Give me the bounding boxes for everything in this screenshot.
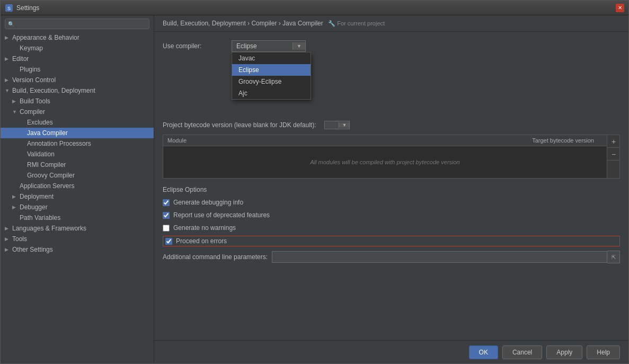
sidebar-item-tools[interactable]: ▶Tools xyxy=(1,234,154,244)
sidebar-item-build-tools[interactable]: ▶Build Tools xyxy=(1,96,154,106)
sidebar-item-compiler[interactable]: ▼Compiler xyxy=(1,106,154,117)
params-expand-btn[interactable]: ⇱ xyxy=(607,251,620,263)
per-module-table: Module Target bytecode version All modul… xyxy=(163,135,607,178)
sidebar-item-label-editor: Editor xyxy=(12,55,29,63)
sidebar-tree: ▶Appearance & BehaviorKeymap▶EditorPlugi… xyxy=(1,32,154,255)
window-controls: ✕ xyxy=(616,4,624,12)
sidebar-item-annotation[interactable]: Annotation Processors xyxy=(1,138,154,149)
compiler-dropdown: Javac Eclipse Groovy-Eclipse Ajc xyxy=(232,52,311,100)
errors-checkbox[interactable] xyxy=(165,238,172,245)
cancel-button[interactable]: Cancel xyxy=(502,345,542,359)
breadcrumb-project-tag: 🔧 For current project xyxy=(328,20,385,26)
sidebar-item-excludes[interactable]: Excludes xyxy=(1,117,154,128)
sidebar-item-label-build-tools: Build Tools xyxy=(20,97,50,105)
search-input[interactable] xyxy=(5,19,149,29)
tree-arrow-tools: ▶ xyxy=(5,236,12,242)
debug-checkbox[interactable] xyxy=(163,199,170,206)
bytecode-label: Project bytecode version (leave blank fo… xyxy=(163,121,316,129)
sidebar-item-debugger[interactable]: ▶Debugger xyxy=(1,202,154,212)
tree-arrow-build-tools: ▶ xyxy=(12,99,20,104)
sidebar-item-validation[interactable]: Validation xyxy=(1,149,154,159)
breadcrumb: Build, Execution, Deployment › Compiler … xyxy=(154,15,628,32)
sidebar-item-rmi[interactable]: RMI Compiler xyxy=(1,159,154,170)
tree-arrow-build-execution: ▼ xyxy=(5,88,12,93)
dropdown-item-eclipse[interactable]: Eclipse xyxy=(232,64,311,76)
table-body: All modules will be compiled with projec… xyxy=(163,146,607,178)
tree-arrow-deployment: ▶ xyxy=(12,194,20,199)
window-title: Settings xyxy=(16,4,616,12)
sidebar-item-label-version-control: Version Control xyxy=(12,76,56,84)
params-row: Additional command line parameters: ⇱ xyxy=(163,251,620,263)
eclipse-options-title: Eclipse Options xyxy=(163,186,620,193)
table-header-module: Module xyxy=(163,135,339,146)
settings-window: S Settings ✕ 🔍 ▶Appearance & BehaviorKey… xyxy=(0,0,629,364)
ok-button[interactable]: OK xyxy=(469,345,498,359)
bytecode-select-wrap: ▼ xyxy=(324,121,350,129)
title-bar: S Settings ✕ xyxy=(1,1,628,15)
sidebar-item-label-other: Other Settings xyxy=(12,246,53,253)
sidebar-item-label-groovy: Groovy Compiler xyxy=(27,172,75,179)
debug-checkbox-row: Generate debugging info xyxy=(163,198,620,207)
warnings-checkbox-row: Generate no warnings xyxy=(163,223,620,233)
sidebar-item-label-languages: Languages & Frameworks xyxy=(12,225,86,232)
sidebar-item-label-compiler: Compiler xyxy=(20,108,45,116)
params-label: Additional command line parameters: xyxy=(163,253,268,261)
main-content: 🔍 ▶Appearance & BehaviorKeymap▶EditorPlu… xyxy=(1,15,628,363)
params-input[interactable] xyxy=(272,251,607,263)
panel-body: Use compiler: Eclipse ▼ Javac Eclipse Gr… xyxy=(154,32,628,340)
dropdown-item-groovy-eclipse[interactable]: Groovy-Eclipse xyxy=(232,76,311,87)
sidebar-item-languages[interactable]: ▶Languages & Frameworks xyxy=(1,223,154,234)
compiler-selected-value: Eclipse xyxy=(236,42,293,50)
compiler-row: Use compiler: Eclipse ▼ Javac Eclipse Gr… xyxy=(163,40,620,52)
sidebar-item-editor[interactable]: ▶Editor xyxy=(1,54,154,64)
table-empty-message: All modules will be compiled with projec… xyxy=(310,159,459,165)
errors-label: Proceed on errors xyxy=(176,237,227,245)
table-header: Module Target bytecode version xyxy=(163,135,607,146)
sidebar-item-appearance[interactable]: ▶Appearance & Behavior xyxy=(1,32,154,43)
help-button[interactable]: Help xyxy=(587,345,620,359)
proceed-errors-row: Proceed on errors xyxy=(163,236,620,246)
deprecated-checkbox[interactable] xyxy=(163,212,170,219)
sidebar-item-label-excludes: Excludes xyxy=(27,119,53,126)
compiler-label: Use compiler: xyxy=(163,42,232,50)
apply-button[interactable]: Apply xyxy=(546,345,582,359)
search-box[interactable]: 🔍 xyxy=(5,19,149,29)
sidebar-item-label-java-compiler: Java Compiler xyxy=(27,129,68,137)
table-header-target: Target bytecode version xyxy=(339,135,607,146)
sidebar-item-groovy[interactable]: Groovy Compiler xyxy=(1,170,154,181)
sidebar-item-label-appearance: Appearance & Behavior xyxy=(12,34,79,41)
bottom-bar: OK Cancel Apply Help xyxy=(154,340,628,363)
sidebar-item-app-servers[interactable]: Application Servers xyxy=(1,181,154,191)
sidebar-item-build-execution[interactable]: ▼Build, Execution, Deployment xyxy=(1,85,154,96)
warnings-checkbox[interactable] xyxy=(163,225,170,232)
tree-arrow-version-control: ▶ xyxy=(5,77,12,83)
sidebar-item-path-variables[interactable]: Path Variables xyxy=(1,212,154,223)
sidebar-item-label-validation: Validation xyxy=(27,150,55,158)
debug-label: Generate debugging info xyxy=(173,199,243,206)
sidebar-item-keymap[interactable]: Keymap xyxy=(1,43,154,54)
bytecode-dropdown-arrow: ▼ xyxy=(339,122,349,128)
dropdown-item-ajc[interactable]: Ajc xyxy=(232,87,311,99)
sidebar-item-other[interactable]: ▶Other Settings xyxy=(1,244,154,255)
bytecode-select-display[interactable]: ▼ xyxy=(324,121,350,129)
table-remove-btn[interactable]: − xyxy=(607,148,620,161)
sidebar-item-java-compiler[interactable]: Java Compiler xyxy=(1,128,154,138)
tree-arrow-debugger: ▶ xyxy=(12,205,20,210)
tree-arrow-other: ▶ xyxy=(5,247,12,252)
right-panel: Build, Execution, Deployment › Compiler … xyxy=(154,15,628,363)
sidebar-item-label-tools: Tools xyxy=(12,235,27,243)
close-button[interactable]: ✕ xyxy=(616,4,624,12)
table-add-btn[interactable]: + xyxy=(607,135,620,148)
compiler-select-display[interactable]: Eclipse ▼ xyxy=(232,40,306,52)
bytecode-row: Project bytecode version (leave blank fo… xyxy=(163,121,620,129)
sidebar-item-deployment[interactable]: ▶Deployment xyxy=(1,191,154,202)
sidebar-item-plugins[interactable]: Plugins xyxy=(1,64,154,75)
deprecated-label: Report use of deprecated features xyxy=(173,211,270,219)
breadcrumb-path: Build, Execution, Deployment › Compiler … xyxy=(163,20,323,27)
per-module-section: Module Target bytecode version All modul… xyxy=(163,135,620,179)
table-controls: + − xyxy=(607,135,619,178)
eclipse-options-section: Eclipse Options Generate debugging info … xyxy=(163,186,620,246)
dropdown-item-javac[interactable]: Javac xyxy=(232,52,311,64)
sidebar-item-version-control[interactable]: ▶Version Control xyxy=(1,75,154,85)
sidebar-item-label-rmi: RMI Compiler xyxy=(27,161,66,168)
